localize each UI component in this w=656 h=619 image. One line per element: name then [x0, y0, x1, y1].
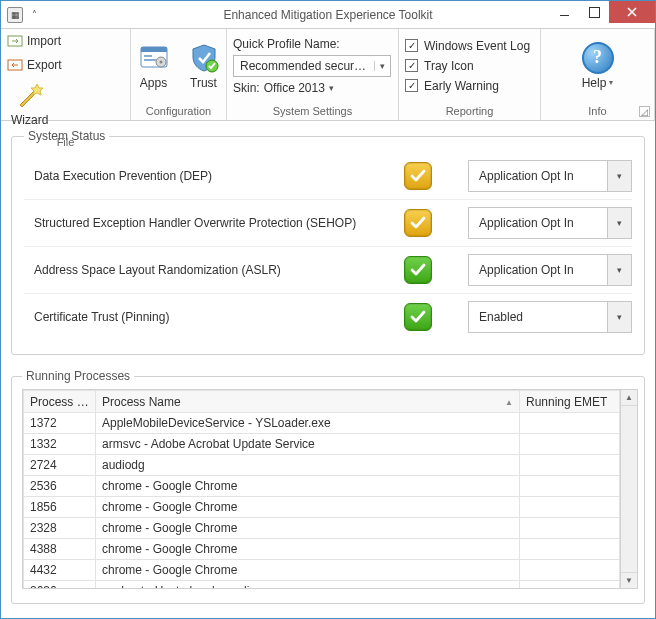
- ribbon-group-info: Info: [541, 102, 654, 120]
- table-row[interactable]: 1372AppleMobileDeviceService - YSLoader.…: [24, 413, 620, 434]
- chevron-down-icon: ▾: [607, 208, 631, 238]
- svg-point-7: [159, 60, 162, 63]
- cell-emet: [520, 560, 620, 581]
- status-label: Certificate Trust (Pinning): [24, 310, 398, 324]
- apps-button[interactable]: Apps: [134, 40, 174, 92]
- import-button[interactable]: Import: [7, 33, 62, 49]
- cell-pid: 1332: [24, 434, 96, 455]
- cell-pid: 2724: [24, 455, 96, 476]
- quick-profile-combo[interactable]: Recommended security … ▾: [233, 55, 391, 77]
- cell-pid: 2328: [24, 518, 96, 539]
- status-check-icon: [404, 256, 432, 284]
- skin-dropdown[interactable]: ▾: [329, 83, 334, 93]
- cell-pid: 4388: [24, 539, 96, 560]
- table-row[interactable]: 2536chrome - Google Chrome: [24, 476, 620, 497]
- status-value: Application Opt In: [469, 216, 607, 230]
- minimize-button[interactable]: [549, 1, 579, 23]
- cell-emet: [520, 455, 620, 476]
- cell-emet: [520, 413, 620, 434]
- status-value: Application Opt In: [469, 263, 607, 277]
- col-header-name[interactable]: Process Name▲: [96, 391, 520, 413]
- status-label: Address Space Layout Randomization (ASLR…: [24, 263, 398, 277]
- cell-name: AppleMobileDeviceService - YSLoader.exe: [96, 413, 520, 434]
- quick-profile-value: Recommended security …: [234, 59, 374, 73]
- cell-name: chrome - Google Chrome: [96, 539, 520, 560]
- status-row: Structured Exception Handler Overwrite P…: [24, 200, 632, 246]
- trust-label: Trust: [190, 76, 217, 90]
- running-processes-group: Running Processes Process … Process Name…: [11, 369, 645, 604]
- cell-name: chrome - Google Chrome: [96, 560, 520, 581]
- scroll-up-icon[interactable]: ▲: [621, 390, 637, 406]
- status-value: Application Opt In: [469, 169, 607, 183]
- col-header-pid[interactable]: Process …: [24, 391, 96, 413]
- col-header-emet[interactable]: Running EMET: [520, 391, 620, 413]
- cell-name: chrome - Google Chrome: [96, 497, 520, 518]
- process-table: Process … Process Name▲ Running EMET 137…: [23, 390, 620, 588]
- system-status-legend: System Status: [24, 129, 109, 143]
- close-button[interactable]: [609, 1, 655, 23]
- help-button[interactable]: ? Help▾: [582, 42, 614, 90]
- status-dropdown[interactable]: Application Opt In▾: [468, 254, 632, 286]
- cell-pid: 1372: [24, 413, 96, 434]
- maximize-button[interactable]: [579, 1, 609, 23]
- ribbon: Import Export Wizard File Ap: [1, 29, 655, 121]
- eventlog-checkbox[interactable]: ✓Windows Event Log: [405, 39, 530, 53]
- cell-pid: 4432: [24, 560, 96, 581]
- table-row[interactable]: 2328chrome - Google Chrome: [24, 518, 620, 539]
- cell-emet: [520, 497, 620, 518]
- cell-emet: [520, 434, 620, 455]
- status-dropdown[interactable]: Application Opt In▾: [468, 160, 632, 192]
- import-label: Import: [27, 34, 61, 48]
- svg-rect-5: [144, 59, 156, 61]
- cell-name: armsvc - Adobe Acrobat Update Service: [96, 434, 520, 455]
- apps-label: Apps: [140, 76, 167, 90]
- scroll-down-icon[interactable]: ▼: [621, 572, 637, 588]
- table-row[interactable]: 1856chrome - Google Chrome: [24, 497, 620, 518]
- status-check-icon: [404, 303, 432, 331]
- running-processes-legend: Running Processes: [22, 369, 134, 383]
- chevron-down-icon: ▾: [607, 302, 631, 332]
- svg-rect-3: [141, 47, 167, 52]
- help-icon: ?: [582, 42, 614, 74]
- cell-name: conhost - Host okna konsoli: [96, 581, 520, 589]
- cell-pid: 2636: [24, 581, 96, 589]
- export-button[interactable]: Export: [7, 57, 62, 73]
- cell-name: chrome - Google Chrome: [96, 476, 520, 497]
- status-value: Enabled: [469, 310, 607, 324]
- table-row[interactable]: 1332armsvc - Adobe Acrobat Update Servic…: [24, 434, 620, 455]
- status-check-icon: [404, 162, 432, 190]
- cell-pid: 2536: [24, 476, 96, 497]
- cell-emet: [520, 539, 620, 560]
- table-row[interactable]: 2724audiodg: [24, 455, 620, 476]
- skin-value: Office 2013: [264, 81, 325, 95]
- status-row: Data Execution Prevention (DEP)Applicati…: [24, 153, 632, 199]
- cell-emet: [520, 581, 620, 589]
- earlywarning-checkbox[interactable]: ✓Early Warning: [405, 79, 499, 93]
- svg-rect-4: [144, 55, 152, 57]
- system-status-group: System Status Data Execution Prevention …: [11, 129, 645, 355]
- status-dropdown[interactable]: Enabled▾: [468, 301, 632, 333]
- trayicon-checkbox[interactable]: ✓Tray Icon: [405, 59, 474, 73]
- scrollbar[interactable]: ▲ ▼: [620, 390, 637, 588]
- cell-name: audiodg: [96, 455, 520, 476]
- ribbon-group-reporting: Reporting: [399, 102, 540, 120]
- quick-profile-label: Quick Profile Name:: [233, 37, 340, 51]
- cell-emet: [520, 518, 620, 539]
- chevron-down-icon: ▾: [607, 255, 631, 285]
- status-label: Structured Exception Handler Overwrite P…: [24, 216, 398, 230]
- cell-pid: 1856: [24, 497, 96, 518]
- status-row: Certificate Trust (Pinning)Enabled▾: [24, 294, 632, 340]
- export-label: Export: [27, 58, 62, 72]
- table-row[interactable]: 4432chrome - Google Chrome: [24, 560, 620, 581]
- chevron-down-icon: ▾: [374, 61, 390, 71]
- trust-button[interactable]: Trust: [184, 40, 224, 92]
- cell-name: chrome - Google Chrome: [96, 518, 520, 539]
- table-row[interactable]: 4388chrome - Google Chrome: [24, 539, 620, 560]
- dialog-launcher-icon[interactable]: ◿: [639, 106, 650, 117]
- status-row: Address Space Layout Randomization (ASLR…: [24, 247, 632, 293]
- ribbon-group-system-settings: System Settings: [227, 102, 398, 120]
- status-dropdown[interactable]: Application Opt In▾: [468, 207, 632, 239]
- status-check-icon: [404, 209, 432, 237]
- table-row[interactable]: 2636conhost - Host okna konsoli: [24, 581, 620, 589]
- chevron-down-icon: ▾: [607, 161, 631, 191]
